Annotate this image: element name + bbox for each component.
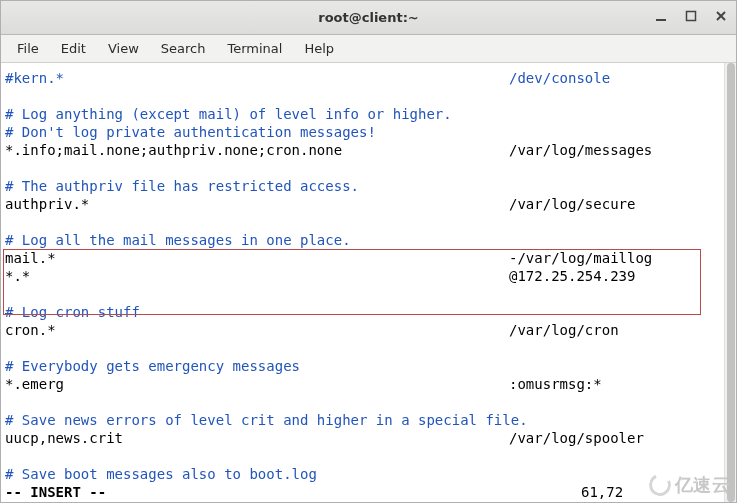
watermark: 亿速云 <box>649 474 731 496</box>
titlebar: root@client:~ <box>1 1 736 35</box>
text-line: # Don't log private authentication messa… <box>5 123 376 141</box>
maximize-button[interactable] <box>682 7 700 25</box>
text-line: :omusrmsg:* <box>509 375 602 393</box>
cursor-position: 61,72 <box>581 483 623 501</box>
window-controls <box>652 7 730 25</box>
terminal-window: root@client:~ File Edit View Search Term… <box>0 0 737 503</box>
text-line: -/var/log/maillog <box>509 249 652 267</box>
text-line: /var/log/messages <box>509 141 652 159</box>
text-line: # Log all the mail messages in one place… <box>5 231 351 249</box>
window-title: root@client:~ <box>1 10 736 25</box>
watermark-text: 亿速云 <box>675 476 731 494</box>
text-line: authpriv.* <box>5 195 89 213</box>
menu-view[interactable]: View <box>98 38 149 59</box>
menu-file[interactable]: File <box>7 38 49 59</box>
text-line: *.* <box>5 267 30 285</box>
text-line: uucp,news.crit <box>5 429 123 447</box>
scrollbar-thumb[interactable] <box>727 63 735 502</box>
minimize-button[interactable] <box>652 7 670 25</box>
watermark-icon <box>645 471 673 499</box>
text-line: @172.25.254.239 <box>509 267 635 285</box>
vim-mode-indicator: -- INSERT -- <box>5 483 106 501</box>
menu-search[interactable]: Search <box>151 38 216 59</box>
text-line: mail.* <box>5 249 56 267</box>
terminal-area[interactable]: #kern.* /dev/console # Log anything (exc… <box>1 63 736 502</box>
text-line: # Save news errors of level crit and hig… <box>5 411 528 429</box>
text-line: # Log anything (except mail) of level in… <box>5 105 452 123</box>
text-line: # Everybody gets emergency messages <box>5 357 300 375</box>
text-line: #kern.* <box>5 69 64 87</box>
text-line: *.emerg <box>5 375 64 393</box>
close-button[interactable] <box>712 7 730 25</box>
scrollbar[interactable] <box>724 63 736 502</box>
menu-terminal[interactable]: Terminal <box>217 38 292 59</box>
text-line: # Save boot messages also to boot.log <box>5 465 317 483</box>
menubar: File Edit View Search Terminal Help <box>1 35 736 63</box>
menu-edit[interactable]: Edit <box>51 38 96 59</box>
menu-help[interactable]: Help <box>294 38 344 59</box>
text-line: cron.* <box>5 321 56 339</box>
text-line: # The authpriv file has restricted acces… <box>5 177 359 195</box>
text-line: /var/log/cron <box>509 321 619 339</box>
text-line: /dev/console <box>509 69 610 87</box>
text-line: /var/log/spooler <box>509 429 644 447</box>
svg-rect-1 <box>687 12 696 21</box>
text-line: # Log cron stuff <box>5 303 140 321</box>
text-line: *.info;mail.none;authpriv.none;cron.none <box>5 141 342 159</box>
text-line: /var/log/secure <box>509 195 635 213</box>
